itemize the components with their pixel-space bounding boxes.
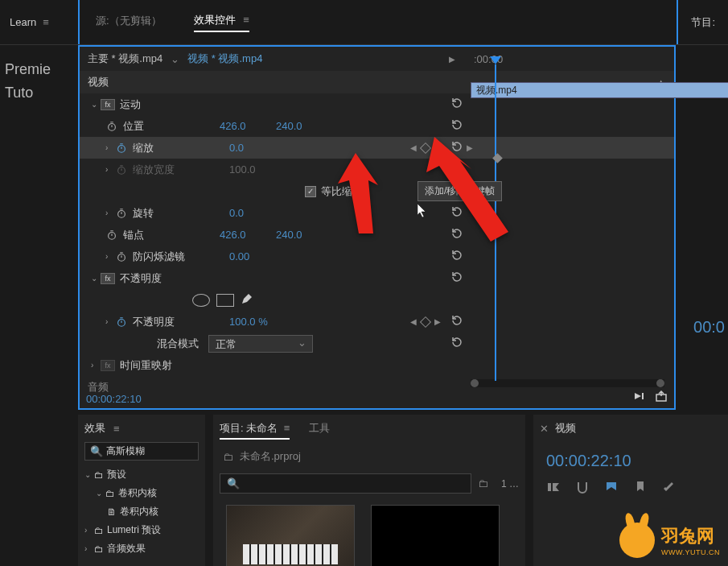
flicker-value[interactable]: 0.00 <box>229 250 286 262</box>
twirl-right-icon[interactable]: › <box>105 143 115 152</box>
project-search[interactable]: 🔍 <box>220 473 471 494</box>
flicker-row: › 防闪烁滤镜 0.00 <box>80 246 674 267</box>
project-menu-icon[interactable]: ≡ <box>284 422 290 434</box>
stopwatch-disabled-icon <box>115 163 128 176</box>
twirl-right-icon[interactable]: › <box>105 165 115 174</box>
convolution-folder[interactable]: ⌄ 🗀 卷积内核 <box>84 484 199 502</box>
preview-title[interactable]: 视频 <box>555 421 576 436</box>
add-keyframe-button[interactable] <box>420 316 431 327</box>
loop-playback-icon[interactable] <box>632 390 645 405</box>
twirl-down-icon[interactable]: ⌄ <box>96 489 105 498</box>
effects-search-input[interactable] <box>106 446 227 457</box>
snap-icon[interactable] <box>575 480 590 497</box>
reset-button[interactable] <box>450 314 463 329</box>
effects-menu-icon[interactable]: ≡ <box>113 423 120 435</box>
twirl-down-icon[interactable]: ⌄ <box>91 100 101 109</box>
project-tab[interactable]: 项目: 未命名 ≡ <box>220 421 290 440</box>
new-bin-icon[interactable]: 🗀 <box>478 477 488 490</box>
audio-effects-folder[interactable]: › 🗀 音频效果 <box>84 539 199 558</box>
twirl-down-icon[interactable]: ⌄ <box>91 274 101 283</box>
marker-icon[interactable] <box>633 480 648 497</box>
close-tab-icon[interactable]: ✕ <box>540 423 549 435</box>
folder-icon: 🗀 <box>94 469 104 481</box>
learn-tab[interactable]: Learn ≡ <box>0 0 78 44</box>
effect-controls-tab[interactable]: 效果控件 ≡ <box>194 13 249 32</box>
convolution-preset-item[interactable]: 🗎 卷积内核 <box>84 502 199 521</box>
mini-timeline-scrollbar[interactable] <box>471 379 664 387</box>
instance-clip-label[interactable]: 视频 * 视频.mp4 <box>187 52 262 66</box>
reset-button[interactable] <box>450 118 463 134</box>
effects-search[interactable]: 🔍 ✕ <box>84 442 199 461</box>
twirl-down-icon[interactable]: ⌄ <box>84 470 94 479</box>
scroll-knob-left[interactable] <box>471 379 479 387</box>
effects-panel-title[interactable]: 效果 <box>84 421 105 436</box>
twirl-right-icon[interactable]: › <box>91 361 101 370</box>
video-section-label[interactable]: 视频 <box>88 75 109 89</box>
position-x-value[interactable]: 426.0 <box>220 120 276 132</box>
tools-tab[interactable]: 工具 <box>309 421 330 440</box>
preview-timecode[interactable]: 00:00:22:10 <box>540 452 722 470</box>
blend-mode-select[interactable]: 正常 <box>208 335 313 353</box>
twirl-right-icon[interactable]: › <box>105 209 115 217</box>
time-remap-row[interactable]: › fx 时间重映射 <box>80 354 674 376</box>
opacity-effect-row[interactable]: ⌄ fx 不透明度 <box>80 267 674 289</box>
stopwatch-active-icon[interactable] <box>115 316 128 328</box>
clip-dropdown-icon[interactable]: ⌄ <box>171 53 179 65</box>
insert-icon[interactable] <box>546 480 561 497</box>
rotation-value[interactable]: 0.0 <box>229 207 286 219</box>
motion-effect-row[interactable]: ⌄ fx 运动 <box>80 93 674 115</box>
fx-badge-icon[interactable]: fx <box>101 360 115 371</box>
reset-button[interactable] <box>450 336 463 351</box>
twirl-right-icon[interactable]: › <box>105 252 115 261</box>
stopwatch-icon[interactable] <box>115 207 128 220</box>
pen-mask-button[interactable] <box>241 292 253 308</box>
position-y-value[interactable]: 240.0 <box>276 120 332 132</box>
settings-icon[interactable] <box>662 480 677 497</box>
annotation-arrow-1 <box>338 153 394 244</box>
reset-button[interactable] <box>450 271 463 286</box>
next-keyframe-icon[interactable]: ▶ <box>434 317 441 326</box>
scroll-knob-right[interactable] <box>656 379 664 387</box>
master-clip-label[interactable]: 主要 * 视频.mp4 <box>88 52 162 66</box>
bin-icon: 🗀 <box>223 451 233 463</box>
effect-tab-menu-icon[interactable]: ≡ <box>243 14 249 26</box>
source-tab[interactable]: 源:（无剪辑） <box>96 14 162 31</box>
ellipse-mask-button[interactable] <box>192 294 210 307</box>
reset-button[interactable] <box>450 97 463 112</box>
rect-mask-button[interactable] <box>216 294 234 307</box>
lumetri-folder[interactable]: › 🗀 Lumetri 预设 <box>84 521 199 539</box>
markers-icon[interactable] <box>604 480 619 497</box>
effect-timecode[interactable]: 00:00:22:10 <box>86 393 142 405</box>
clip-thumbnail-1[interactable] <box>226 505 355 566</box>
folder-icon: 🗀 <box>94 543 104 555</box>
learn-menu-icon[interactable]: ≡ <box>43 16 49 28</box>
twirl-right-icon[interactable]: › <box>84 544 94 553</box>
play-only-icon[interactable]: ▶ <box>449 55 455 64</box>
project-search-input[interactable] <box>240 477 464 490</box>
uniform-scale-checkbox[interactable]: ✓ <box>305 186 316 197</box>
clip-thumbnail-2[interactable] <box>371 505 500 566</box>
opacity-value-row: › 不透明度 100.0 % ◀ ▶ <box>80 311 674 333</box>
scale-value[interactable]: 0.0 <box>229 142 286 154</box>
preset-folder[interactable]: ⌄ 🗀 预设 <box>84 465 199 484</box>
twirl-right-icon[interactable]: › <box>105 317 115 326</box>
prev-keyframe-icon[interactable]: ◀ <box>410 143 417 152</box>
anchor-y-value[interactable]: 240.0 <box>276 229 332 241</box>
opacity-value[interactable]: 100.0 % <box>229 316 302 328</box>
folder-icon: 🗀 <box>94 525 104 536</box>
twirl-right-icon[interactable]: › <box>84 526 94 535</box>
stopwatch-icon[interactable] <box>105 229 118 242</box>
export-frame-icon[interactable] <box>655 390 668 405</box>
project-file-row[interactable]: 🗀 未命名.prproj <box>220 449 519 464</box>
stopwatch-icon[interactable] <box>105 120 118 133</box>
program-tab[interactable]: 节目: <box>678 0 728 44</box>
stopwatch-active-icon[interactable] <box>115 142 128 155</box>
fx-badge-icon[interactable]: fx <box>101 273 115 284</box>
search-icon: 🔍 <box>227 477 240 490</box>
project-panel: 项目: 未命名 ≡ 工具 🗀 未命名.prproj 🔍 🗀 1 … <box>213 415 525 566</box>
fx-badge-icon[interactable]: fx <box>101 99 115 110</box>
anchor-x-value[interactable]: 426.0 <box>220 229 276 241</box>
blend-mode-row: 混合模式 正常 <box>80 333 674 354</box>
prev-keyframe-icon[interactable]: ◀ <box>410 317 417 326</box>
stopwatch-icon[interactable] <box>115 250 128 263</box>
